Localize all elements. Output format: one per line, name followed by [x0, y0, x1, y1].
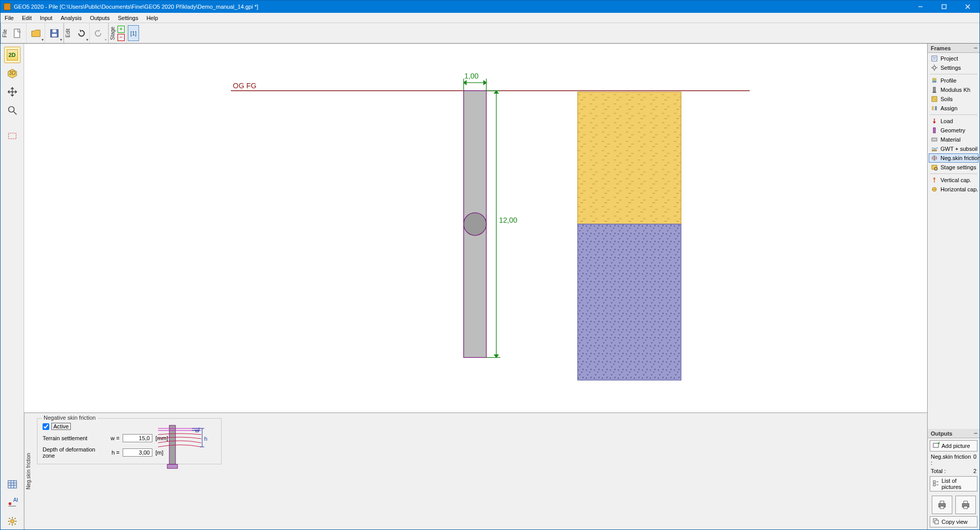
frames-header: Frames –	[928, 44, 979, 53]
stage-controls: + −	[116, 23, 127, 43]
pan-button[interactable]	[4, 84, 21, 100]
terrain-settlement-input[interactable]	[123, 434, 152, 442]
diagram-icon: w h	[155, 423, 211, 469]
svg-point-12	[8, 107, 14, 112]
frame-project[interactable]: Project	[929, 54, 978, 63]
svg-text:Abc: Abc	[13, 497, 17, 503]
frame-profile[interactable]: Profile	[929, 76, 978, 85]
stage-tab-1[interactable]: [1]	[128, 25, 139, 41]
new-file-button[interactable]	[8, 23, 27, 43]
menu-file[interactable]: File	[1, 13, 18, 23]
frames-minimize-icon[interactable]: –	[974, 44, 977, 51]
bottom-panel-tab[interactable]: Neg.skin friction	[24, 413, 32, 529]
frame-vertical-cap[interactable]: Vertical cap.	[929, 175, 978, 185]
view-3d-button[interactable]: 3D	[4, 65, 21, 82]
active-label: Active	[51, 423, 71, 430]
frame-soils[interactable]: Soils	[929, 94, 978, 104]
zoom-button[interactable]	[4, 102, 21, 119]
toolbar: File ▾ ▾ Edit ▾ ▾ Stage + − [1]	[1, 23, 979, 44]
frame-horizontal-cap[interactable]: Horizontal cap.	[929, 185, 978, 194]
svg-marker-43	[494, 91, 498, 93]
menu-analysis[interactable]: Analysis	[56, 13, 86, 23]
project-icon	[931, 55, 938, 62]
frame-assign[interactable]: Assign	[929, 104, 978, 113]
svg-rect-65	[932, 56, 937, 61]
frame-geometry[interactable]: Geometry	[929, 126, 978, 135]
left-toolbar: 2D 3D Abc	[1, 44, 24, 529]
titlebar: GEO5 2020 - Pile [C:\Users\Public\Docume…	[1, 1, 979, 13]
toolbar-tab-stage[interactable]: Stage	[108, 23, 116, 43]
svg-rect-82	[935, 106, 937, 110]
frame-neg-skin-friction[interactable]: Neg.skin friction	[929, 153, 978, 163]
svg-rect-78	[932, 96, 937, 102]
open-file-button[interactable]: ▾	[27, 23, 45, 43]
outputs-minimize-icon[interactable]: –	[974, 429, 977, 437]
svg-rect-81	[932, 106, 934, 110]
svg-text:3D: 3D	[9, 70, 15, 76]
svg-point-79	[933, 97, 934, 99]
print-button-2[interactable]	[955, 496, 976, 514]
outputs-header: Outputs –	[928, 429, 979, 438]
frame-stage-settings[interactable]: Stage settings	[929, 163, 978, 172]
menu-input[interactable]: Input	[36, 13, 56, 23]
side-dim-label: 12,00	[499, 216, 517, 224]
menu-edit[interactable]: Edit	[18, 13, 36, 23]
svg-rect-100	[933, 484, 935, 486]
svg-rect-76	[933, 87, 935, 92]
frames-list: Project Settings Profile Modulus Kh Soil…	[928, 53, 979, 195]
bottom-panel: Neg.skin friction Negative skin friction…	[24, 413, 927, 529]
undo-button[interactable]: ▾	[71, 23, 90, 43]
svg-line-31	[14, 518, 15, 519]
frame-gwt-subsoil[interactable]: GWT + subsoil	[929, 144, 978, 153]
close-button[interactable]	[956, 1, 979, 13]
svg-line-28	[9, 518, 10, 519]
menubar: File Edit Input Analysis Outputs Setting…	[1, 13, 979, 23]
save-file-button[interactable]: ▾	[45, 23, 64, 43]
menu-help[interactable]: Help	[142, 13, 162, 23]
menu-outputs[interactable]: Outputs	[86, 13, 114, 23]
frame-material[interactable]: Material	[929, 135, 978, 144]
soils-icon	[931, 95, 938, 103]
add-picture-button[interactable]: + Add picture	[930, 440, 977, 452]
svg-rect-15	[8, 481, 16, 488]
table-view-button[interactable]	[4, 476, 21, 493]
svg-rect-86	[932, 138, 937, 141]
frame-load[interactable]: Load	[929, 116, 978, 126]
svg-point-39	[464, 213, 486, 235]
frame-modulus-kh[interactable]: Modulus Kh	[929, 85, 978, 94]
print-button-1[interactable]	[932, 496, 952, 514]
frame-settings[interactable]: Settings	[929, 63, 978, 72]
drawing-canvas[interactable]: OG FG 1,00	[24, 44, 927, 413]
output-total-row: Total :2	[930, 468, 977, 474]
svg-point-68	[933, 66, 936, 69]
svg-rect-14	[8, 133, 16, 139]
neg-friction-icon	[931, 154, 938, 162]
menu-settings[interactable]: Settings	[114, 13, 143, 23]
svg-rect-108	[964, 506, 967, 509]
svg-rect-85	[933, 128, 935, 133]
labels-button[interactable]: Abc	[4, 495, 21, 511]
geometry-icon	[931, 127, 938, 134]
svg-rect-6	[52, 29, 56, 32]
settings-gear-button[interactable]	[4, 513, 21, 529]
view-2d-button[interactable]: 2D	[4, 47, 21, 63]
assign-icon	[931, 105, 938, 112]
horizontal-cap-icon	[931, 186, 938, 193]
active-checkbox[interactable]	[43, 423, 49, 430]
list-of-pictures-button[interactable]: List of pictures	[930, 476, 977, 492]
zoom-extents-button[interactable]	[4, 128, 21, 144]
copy-view-button[interactable]: Copy view	[930, 516, 977, 527]
toolbar-tab-edit[interactable]: Edit	[64, 23, 71, 43]
stage-remove-button[interactable]: −	[117, 34, 125, 41]
svg-marker-36	[464, 81, 466, 85]
gwt-icon	[931, 145, 938, 152]
svg-rect-54	[167, 464, 178, 468]
stage-add-button[interactable]: +	[117, 26, 125, 33]
maximize-button[interactable]	[932, 1, 956, 13]
redo-button[interactable]: ▾	[90, 23, 108, 43]
toolbar-tab-file[interactable]: File	[1, 23, 8, 43]
list-pictures-icon	[932, 480, 939, 488]
right-panel: Frames – Project Settings Profile Modulu…	[927, 44, 979, 529]
minimize-button[interactable]	[909, 1, 932, 13]
deformation-depth-input[interactable]	[123, 448, 152, 457]
